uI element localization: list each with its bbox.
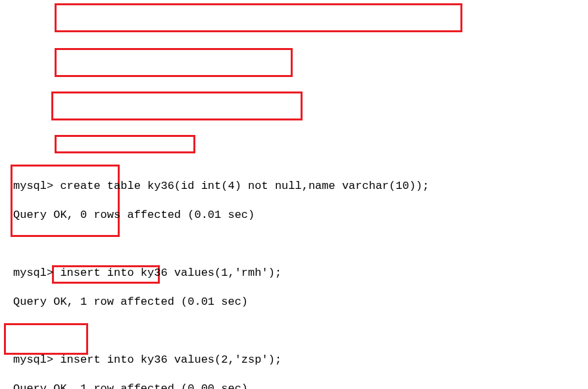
highlight-box-table1	[11, 165, 120, 237]
prompt: mysql>	[13, 180, 53, 192]
highlight-box-cmd1	[55, 3, 462, 32]
sql-insert-1: insert into ky36 values(1,'rmh');	[60, 267, 282, 279]
sql-insert-2: insert into ky36 values(2,'zsp');	[60, 353, 282, 366]
response-insert-1: Query OK, 1 row affected (0.01 sec)	[13, 295, 575, 309]
prompt: mysql>	[13, 353, 53, 366]
blank	[13, 324, 575, 338]
highlight-box-cmd3	[51, 91, 303, 120]
highlight-box-cmd4	[55, 135, 195, 153]
blank	[13, 237, 575, 251]
response-insert-2: Query OK, 1 row affected (0.00 sec)	[13, 382, 575, 389]
response-create: Query OK, 0 rows affected (0.01 sec)	[13, 208, 575, 222]
prompt: mysql>	[13, 267, 53, 279]
highlight-box-cmd2	[55, 48, 293, 77]
sql-create-table: create table ky36(id int(4) not null,nam…	[60, 180, 429, 192]
